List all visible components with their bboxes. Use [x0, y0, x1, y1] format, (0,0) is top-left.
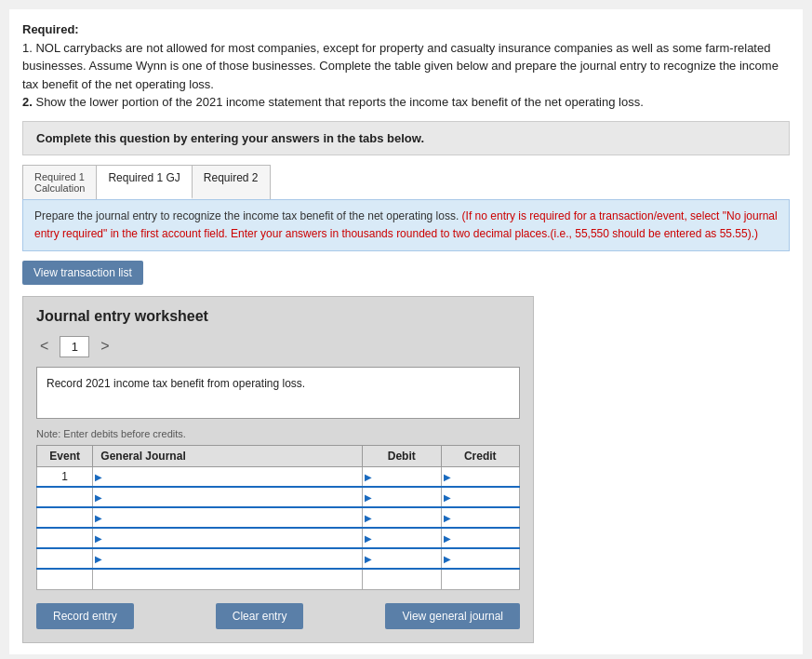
credit-arrow-icon-5: ▶: [444, 554, 451, 564]
debit-input-1[interactable]: [376, 467, 440, 487]
table-row: 1 ▶ ▶ ▶: [37, 466, 520, 487]
required-item1: 1. NOL carrybacks are not allowed for mo…: [22, 41, 779, 91]
col-debit: Debit: [363, 445, 441, 466]
journal-input-4[interactable]: [106, 529, 362, 547]
credit-cell-6[interactable]: [441, 569, 520, 589]
info-text-normal: Prepare the journal entry to recognize t…: [34, 209, 462, 222]
record-description: Record 2021 income tax benefit from oper…: [36, 367, 520, 419]
credit-cell-4[interactable]: ▶: [441, 528, 520, 548]
credit-arrow-icon-3: ▶: [444, 513, 451, 523]
col-credit: Credit: [441, 445, 520, 466]
event-cell-5: [37, 548, 93, 569]
debit-input-3[interactable]: [376, 508, 440, 527]
credit-input-3[interactable]: [455, 508, 520, 527]
tab-req2[interactable]: Required 2: [193, 166, 270, 199]
col-event: Event: [37, 445, 93, 466]
col-general-journal: General Journal: [93, 445, 363, 466]
credit-arrow-icon-2: ▶: [444, 492, 451, 503]
arrow-icon-2: ▶: [95, 492, 102, 503]
required-item2: Show the lower portion of the 2021 incom…: [35, 95, 643, 109]
debit-cell-3[interactable]: ▶: [363, 507, 441, 528]
bottom-buttons: Record entry Clear entry View general jo…: [36, 603, 520, 629]
debit-arrow-icon-3: ▶: [365, 513, 372, 523]
credit-input-1[interactable]: [455, 467, 520, 487]
table-row: ▶ ▶ ▶: [37, 487, 520, 507]
clear-entry-button[interactable]: Clear entry: [216, 603, 304, 629]
journal-cell-2[interactable]: ▶: [93, 487, 363, 507]
journal-cell-6[interactable]: [93, 569, 363, 589]
prev-arrow-button[interactable]: <: [36, 338, 52, 355]
info-box: Prepare the journal entry to recognize t…: [22, 199, 790, 251]
credit-cell-2[interactable]: ▶: [441, 487, 520, 507]
note-text: Note: Enter debits before credits.: [36, 428, 520, 439]
instruction-box: Complete this question by entering your …: [22, 121, 790, 155]
page-number: 1: [60, 336, 89, 357]
required-label: Required:: [22, 22, 79, 36]
journal-table: Event General Journal Debit Credit 1 ▶ ▶: [36, 445, 520, 590]
table-row: [37, 569, 520, 589]
journal-input-1[interactable]: [106, 467, 362, 487]
debit-arrow-icon-5: ▶: [365, 554, 372, 564]
debit-input-5[interactable]: [376, 549, 440, 568]
debit-cell-1[interactable]: ▶: [363, 466, 441, 487]
journal-input-3[interactable]: [106, 508, 362, 527]
table-row: ▶ ▶ ▶: [37, 507, 520, 528]
credit-input-4[interactable]: [455, 529, 520, 547]
credit-cell-1[interactable]: ▶: [441, 466, 520, 487]
record-entry-button[interactable]: Record entry: [36, 603, 134, 629]
tab-req2-label: Required 2: [204, 171, 259, 184]
table-row: ▶ ▶ ▶: [37, 528, 520, 548]
arrow-icon-5: ▶: [95, 554, 102, 564]
arrow-icon-4: ▶: [95, 533, 102, 544]
debit-input-2[interactable]: [376, 488, 440, 506]
debit-input-6[interactable]: [363, 570, 440, 589]
nav-row: < 1 >: [36, 336, 520, 357]
tabs-row: Required 1 Calculation Required 1 GJ Req…: [22, 165, 271, 199]
credit-input-2[interactable]: [455, 488, 520, 506]
event-cell-1: 1: [37, 466, 93, 487]
journal-cell-3[interactable]: ▶: [93, 507, 363, 528]
debit-input-4[interactable]: [376, 529, 440, 547]
journal-cell-4[interactable]: ▶: [93, 528, 363, 548]
event-cell-6: [37, 569, 93, 589]
journal-input-2[interactable]: [106, 488, 362, 506]
debit-cell-4[interactable]: ▶: [363, 528, 441, 548]
arrow-icon-1: ▶: [95, 472, 102, 482]
journal-cell-5[interactable]: ▶: [93, 548, 363, 569]
worksheet-container: Journal entry worksheet < 1 > Record 202…: [22, 296, 534, 643]
credit-cell-5[interactable]: ▶: [441, 548, 520, 569]
tab-req1-gj-label: Required 1 GJ: [108, 171, 180, 184]
view-transaction-button[interactable]: View transaction list: [22, 261, 143, 285]
view-general-journal-button[interactable]: View general journal: [385, 603, 520, 629]
debit-cell-6[interactable]: [363, 569, 441, 589]
credit-arrow-icon-1: ▶: [444, 472, 451, 482]
debit-arrow-icon-1: ▶: [365, 472, 372, 482]
credit-arrow-icon-4: ▶: [444, 533, 451, 544]
page-container: Required: 1. NOL carrybacks are not allo…: [9, 9, 803, 654]
event-cell-3: [37, 507, 93, 528]
debit-arrow-icon-2: ▶: [365, 492, 372, 503]
tab-req1-line2: Calculation: [34, 182, 85, 194]
instruction-text: Complete this question by entering your …: [36, 131, 424, 145]
event-cell-4: [37, 528, 93, 548]
debit-arrow-icon-4: ▶: [365, 533, 372, 544]
event-cell-2: [37, 487, 93, 507]
next-arrow-button[interactable]: >: [97, 338, 113, 355]
tab-req1-line1: Required 1: [34, 171, 85, 182]
debit-cell-2[interactable]: ▶: [363, 487, 441, 507]
credit-input-5[interactable]: [455, 549, 520, 568]
required-header: Required: 1. NOL carrybacks are not allo…: [22, 20, 790, 112]
arrow-icon-3: ▶: [95, 513, 102, 523]
item2-bold: 2.: [22, 95, 33, 109]
tab-req1-gj[interactable]: Required 1 GJ: [97, 166, 192, 199]
worksheet-title: Journal entry worksheet: [36, 308, 520, 325]
tab-req1-calculation[interactable]: Required 1 Calculation: [23, 166, 97, 199]
journal-input-5[interactable]: [106, 549, 362, 568]
credit-cell-3[interactable]: ▶: [441, 507, 520, 528]
journal-cell-1[interactable]: ▶: [93, 466, 363, 487]
credit-input-6[interactable]: [442, 570, 520, 589]
debit-cell-5[interactable]: ▶: [363, 548, 441, 569]
table-row: ▶ ▶ ▶: [37, 548, 520, 569]
journal-input-6[interactable]: [93, 570, 362, 589]
